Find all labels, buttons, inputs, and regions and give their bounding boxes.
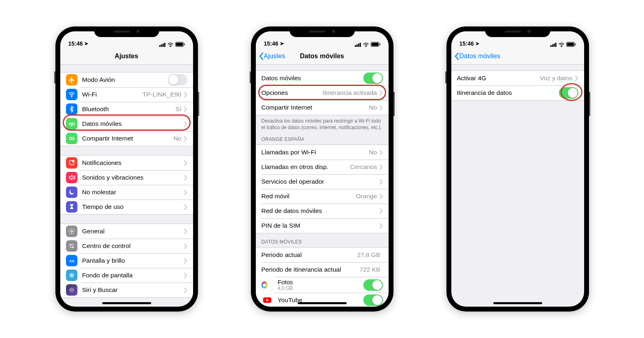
status-time: 15:46 [459, 40, 474, 47]
row-cellular-data-network[interactable]: Red de datos móviles [256, 204, 389, 218]
chevron-icon [380, 179, 383, 184]
row-siri[interactable]: Siri y Buscar [60, 283, 193, 297]
svg-rect-23 [358, 44, 359, 47]
settings-content[interactable]: Modo Avión Wi-Fi TP-LINK_E90 Bluetooth S… [60, 65, 193, 307]
row-label: Datos móviles [82, 120, 184, 127]
row-wifi[interactable]: Wi-Fi TP-LINK_E90 [60, 87, 193, 102]
svg-rect-35 [575, 44, 576, 46]
svg-rect-2 [163, 44, 164, 47]
row-label: Red de datos móviles [262, 207, 380, 215]
chevron-icon [184, 160, 187, 166]
row-label: Siri y Buscar [82, 286, 184, 294]
notch [94, 26, 159, 37]
row-enable-4g[interactable]: Activar 4G Voz y datos [451, 71, 584, 86]
location-icon: ➤ [84, 41, 88, 46]
chevron-icon [184, 175, 187, 180]
row-wallpaper[interactable]: Fondo de pantalla [60, 268, 193, 283]
row-calls-other-devices[interactable]: Llamadas en otros disp. Cercanos [256, 160, 389, 174]
notch [290, 26, 355, 37]
row-value: No [369, 149, 377, 156]
row-app-youtube[interactable]: YouTube [256, 293, 389, 307]
row-display-brightness[interactable]: AA Pantalla y brillo [60, 253, 193, 268]
back-button[interactable]: Datos móviles [454, 52, 500, 60]
phone-frame-2: 15:46➤ Ajustes Datos móviles Datos móvil… [251, 26, 393, 312]
svg-rect-24 [360, 43, 361, 47]
screen-2: 15:46➤ Ajustes Datos móviles Datos móvil… [256, 31, 389, 307]
row-label: General [82, 228, 184, 235]
svg-point-15 [72, 247, 73, 248]
row-cellular-data[interactable]: Datos móviles [60, 116, 193, 131]
row-label: Wi-Fi [82, 91, 143, 98]
home-indicator [298, 302, 347, 304]
row-label: Datos móviles [262, 75, 363, 82]
svg-rect-5 [176, 43, 183, 46]
svg-point-9 [69, 137, 72, 140]
row-general[interactable]: General [60, 224, 193, 239]
youtube-toggle[interactable] [363, 294, 383, 306]
row-label: Compartir Internet [82, 135, 174, 142]
battery-icon [566, 42, 576, 47]
photos-toggle[interactable] [363, 279, 383, 291]
group-footer: Desactiva los datos móviles para restrin… [256, 115, 389, 131]
cellular-icon [66, 118, 77, 129]
row-value: 722 KB [360, 266, 380, 273]
data-roaming-toggle[interactable] [559, 87, 578, 99]
svg-rect-32 [555, 43, 556, 47]
row-options[interactable]: Opciones Itinerancia activada [256, 86, 389, 100]
row-label: Periodo actual [262, 251, 357, 259]
row-sim-pin[interactable]: PIN de la SIM [256, 218, 389, 233]
row-label: Llamadas por Wi-Fi [262, 149, 369, 156]
row-control-center[interactable]: Centro de control [60, 239, 193, 253]
row-label: Compartir Internet [262, 104, 369, 111]
row-notifications[interactable]: Notificaciones [60, 156, 193, 170]
back-button[interactable]: Ajustes [258, 52, 285, 60]
chevron-icon [184, 136, 187, 141]
row-label: Fotos [278, 279, 363, 285]
chevron-icon [575, 76, 578, 81]
row-screen-time[interactable]: Tiempo de uso [60, 200, 193, 214]
status-time: 15:46 [68, 40, 83, 47]
row-airplane-mode[interactable]: Modo Avión [60, 72, 193, 87]
row-value: Voz y datos [540, 75, 572, 82]
row-sounds[interactable]: Sonidos y vibraciones [60, 170, 193, 185]
svg-rect-22 [356, 44, 358, 47]
svg-point-20 [70, 289, 73, 291]
row-app-photos[interactable]: Fotos 4,0 GB [256, 277, 389, 293]
status-time: 15:46 [264, 40, 279, 47]
home-indicator [102, 302, 151, 304]
row-bluetooth[interactable]: Bluetooth Sí [60, 102, 193, 116]
svg-rect-0 [159, 45, 160, 47]
row-personal-hotspot[interactable]: Compartir Internet No [256, 100, 389, 115]
siri-icon [66, 284, 77, 296]
row-carrier-services[interactable]: Servicios del operador [256, 174, 389, 189]
cellular-data-toggle[interactable] [363, 72, 383, 84]
airplane-toggle[interactable] [168, 74, 187, 86]
row-roaming-period: Periodo de itinerancia actual 722 KB [256, 262, 389, 277]
svg-rect-26 [371, 43, 378, 46]
row-data-roaming[interactable]: Itinerancia de datos [451, 86, 584, 100]
sounds-icon [66, 172, 77, 183]
battery-icon [371, 42, 380, 47]
group-header: DATOS MÓVILES [256, 239, 389, 247]
row-wifi-calling[interactable]: Llamadas por Wi-Fi No [256, 145, 389, 160]
svg-rect-3 [164, 43, 165, 47]
row-value: Sí [176, 105, 182, 113]
row-label: Tiempo de uso [82, 203, 184, 211]
row-personal-hotspot[interactable]: Compartir Internet No [60, 131, 193, 146]
row-mobile-network[interactable]: Red móvil Orange [256, 189, 389, 204]
wallpaper-icon [66, 270, 77, 281]
chevron-icon [184, 244, 187, 249]
row-cellular-data-toggle[interactable]: Datos móviles [256, 71, 389, 86]
chevron-icon [184, 190, 187, 195]
row-do-not-disturb[interactable]: No molestar [60, 185, 193, 200]
wifi-icon [167, 42, 174, 47]
svg-rect-21 [355, 45, 356, 47]
moon-icon [66, 187, 77, 198]
chevron-icon [380, 223, 383, 228]
svg-point-13 [70, 230, 73, 233]
row-value: TP-LINK_E90 [143, 91, 182, 98]
wifi-icon [363, 42, 369, 47]
options-content[interactable]: Activar 4G Voz y datos Itinerancia de da… [451, 65, 584, 307]
chevron-icon [380, 105, 383, 110]
cellular-content[interactable]: Datos móviles Opciones Itinerancia activ… [256, 65, 389, 307]
